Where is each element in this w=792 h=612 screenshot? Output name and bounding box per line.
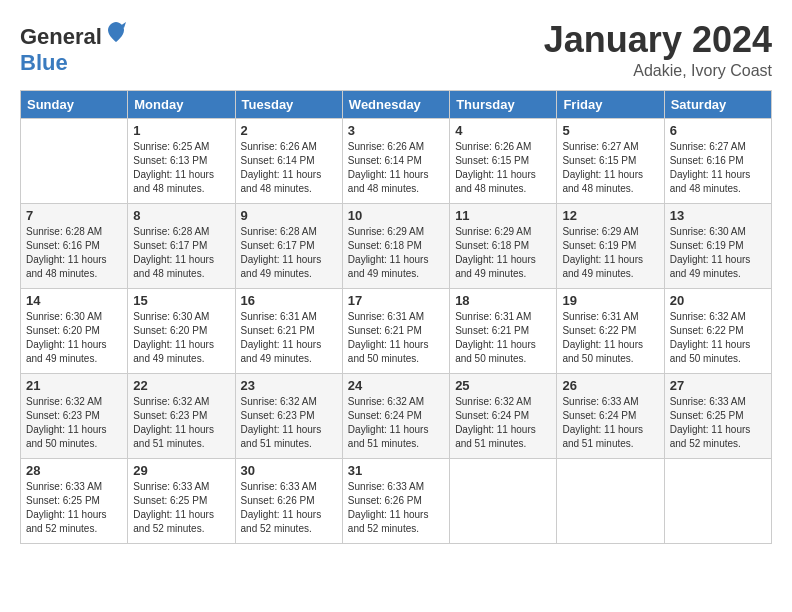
calendar-cell: 14Sunrise: 6:30 AMSunset: 6:20 PMDayligh…	[21, 288, 128, 373]
day-info: Sunrise: 6:28 AMSunset: 6:16 PMDaylight:…	[26, 225, 122, 281]
day-number: 23	[241, 378, 337, 393]
day-number: 25	[455, 378, 551, 393]
calendar-cell: 5Sunrise: 6:27 AMSunset: 6:15 PMDaylight…	[557, 118, 664, 203]
calendar-cell: 31Sunrise: 6:33 AMSunset: 6:26 PMDayligh…	[342, 458, 449, 543]
day-info: Sunrise: 6:32 AMSunset: 6:22 PMDaylight:…	[670, 310, 766, 366]
day-info: Sunrise: 6:26 AMSunset: 6:14 PMDaylight:…	[241, 140, 337, 196]
day-number: 29	[133, 463, 229, 478]
day-info: Sunrise: 6:32 AMSunset: 6:24 PMDaylight:…	[455, 395, 551, 451]
calendar-cell: 1Sunrise: 6:25 AMSunset: 6:13 PMDaylight…	[128, 118, 235, 203]
day-info: Sunrise: 6:33 AMSunset: 6:26 PMDaylight:…	[348, 480, 444, 536]
day-info: Sunrise: 6:33 AMSunset: 6:26 PMDaylight:…	[241, 480, 337, 536]
calendar-cell: 19Sunrise: 6:31 AMSunset: 6:22 PMDayligh…	[557, 288, 664, 373]
calendar-cell: 3Sunrise: 6:26 AMSunset: 6:14 PMDaylight…	[342, 118, 449, 203]
calendar-cell: 30Sunrise: 6:33 AMSunset: 6:26 PMDayligh…	[235, 458, 342, 543]
weekday-header-wednesday: Wednesday	[342, 90, 449, 118]
page-header: General Blue January 2024 Adakie, Ivory …	[20, 20, 772, 80]
day-number: 5	[562, 123, 658, 138]
calendar-cell: 12Sunrise: 6:29 AMSunset: 6:19 PMDayligh…	[557, 203, 664, 288]
week-row-2: 7Sunrise: 6:28 AMSunset: 6:16 PMDaylight…	[21, 203, 772, 288]
day-info: Sunrise: 6:29 AMSunset: 6:19 PMDaylight:…	[562, 225, 658, 281]
day-number: 30	[241, 463, 337, 478]
weekday-header-thursday: Thursday	[450, 90, 557, 118]
day-info: Sunrise: 6:29 AMSunset: 6:18 PMDaylight:…	[348, 225, 444, 281]
day-number: 9	[241, 208, 337, 223]
calendar-cell: 9Sunrise: 6:28 AMSunset: 6:17 PMDaylight…	[235, 203, 342, 288]
day-info: Sunrise: 6:31 AMSunset: 6:21 PMDaylight:…	[348, 310, 444, 366]
logo-general: General	[20, 24, 102, 49]
day-info: Sunrise: 6:27 AMSunset: 6:16 PMDaylight:…	[670, 140, 766, 196]
weekday-header-row: SundayMondayTuesdayWednesdayThursdayFrid…	[21, 90, 772, 118]
day-info: Sunrise: 6:30 AMSunset: 6:20 PMDaylight:…	[26, 310, 122, 366]
week-row-4: 21Sunrise: 6:32 AMSunset: 6:23 PMDayligh…	[21, 373, 772, 458]
day-number: 10	[348, 208, 444, 223]
logo: General Blue	[20, 20, 128, 76]
day-info: Sunrise: 6:32 AMSunset: 6:24 PMDaylight:…	[348, 395, 444, 451]
day-info: Sunrise: 6:29 AMSunset: 6:18 PMDaylight:…	[455, 225, 551, 281]
day-info: Sunrise: 6:27 AMSunset: 6:15 PMDaylight:…	[562, 140, 658, 196]
week-row-3: 14Sunrise: 6:30 AMSunset: 6:20 PMDayligh…	[21, 288, 772, 373]
calendar-cell: 22Sunrise: 6:32 AMSunset: 6:23 PMDayligh…	[128, 373, 235, 458]
calendar-cell	[450, 458, 557, 543]
day-number: 8	[133, 208, 229, 223]
day-info: Sunrise: 6:28 AMSunset: 6:17 PMDaylight:…	[133, 225, 229, 281]
day-info: Sunrise: 6:30 AMSunset: 6:20 PMDaylight:…	[133, 310, 229, 366]
day-number: 31	[348, 463, 444, 478]
calendar-cell: 16Sunrise: 6:31 AMSunset: 6:21 PMDayligh…	[235, 288, 342, 373]
calendar-cell: 28Sunrise: 6:33 AMSunset: 6:25 PMDayligh…	[21, 458, 128, 543]
location-title: Adakie, Ivory Coast	[544, 62, 772, 80]
logo-icon	[104, 20, 128, 44]
calendar-cell: 15Sunrise: 6:30 AMSunset: 6:20 PMDayligh…	[128, 288, 235, 373]
day-info: Sunrise: 6:33 AMSunset: 6:25 PMDaylight:…	[133, 480, 229, 536]
logo-blue: Blue	[20, 50, 68, 75]
calendar-cell: 18Sunrise: 6:31 AMSunset: 6:21 PMDayligh…	[450, 288, 557, 373]
day-number: 17	[348, 293, 444, 308]
calendar-cell: 8Sunrise: 6:28 AMSunset: 6:17 PMDaylight…	[128, 203, 235, 288]
day-number: 24	[348, 378, 444, 393]
day-number: 16	[241, 293, 337, 308]
calendar-cell: 6Sunrise: 6:27 AMSunset: 6:16 PMDaylight…	[664, 118, 771, 203]
week-row-1: 1Sunrise: 6:25 AMSunset: 6:13 PMDaylight…	[21, 118, 772, 203]
day-number: 27	[670, 378, 766, 393]
day-info: Sunrise: 6:31 AMSunset: 6:21 PMDaylight:…	[455, 310, 551, 366]
day-info: Sunrise: 6:26 AMSunset: 6:14 PMDaylight:…	[348, 140, 444, 196]
calendar-cell	[21, 118, 128, 203]
day-number: 11	[455, 208, 551, 223]
calendar-cell: 26Sunrise: 6:33 AMSunset: 6:24 PMDayligh…	[557, 373, 664, 458]
day-number: 28	[26, 463, 122, 478]
calendar-cell	[557, 458, 664, 543]
calendar-cell: 7Sunrise: 6:28 AMSunset: 6:16 PMDaylight…	[21, 203, 128, 288]
day-info: Sunrise: 6:30 AMSunset: 6:19 PMDaylight:…	[670, 225, 766, 281]
day-number: 13	[670, 208, 766, 223]
day-number: 6	[670, 123, 766, 138]
day-number: 15	[133, 293, 229, 308]
calendar-table: SundayMondayTuesdayWednesdayThursdayFrid…	[20, 90, 772, 544]
week-row-5: 28Sunrise: 6:33 AMSunset: 6:25 PMDayligh…	[21, 458, 772, 543]
day-info: Sunrise: 6:28 AMSunset: 6:17 PMDaylight:…	[241, 225, 337, 281]
day-number: 18	[455, 293, 551, 308]
calendar-cell: 27Sunrise: 6:33 AMSunset: 6:25 PMDayligh…	[664, 373, 771, 458]
day-number: 7	[26, 208, 122, 223]
calendar-cell: 17Sunrise: 6:31 AMSunset: 6:21 PMDayligh…	[342, 288, 449, 373]
day-info: Sunrise: 6:32 AMSunset: 6:23 PMDaylight:…	[133, 395, 229, 451]
day-info: Sunrise: 6:33 AMSunset: 6:25 PMDaylight:…	[670, 395, 766, 451]
day-number: 20	[670, 293, 766, 308]
weekday-header-monday: Monday	[128, 90, 235, 118]
day-number: 14	[26, 293, 122, 308]
day-info: Sunrise: 6:33 AMSunset: 6:24 PMDaylight:…	[562, 395, 658, 451]
weekday-header-sunday: Sunday	[21, 90, 128, 118]
calendar-cell: 21Sunrise: 6:32 AMSunset: 6:23 PMDayligh…	[21, 373, 128, 458]
day-number: 2	[241, 123, 337, 138]
day-info: Sunrise: 6:26 AMSunset: 6:15 PMDaylight:…	[455, 140, 551, 196]
day-number: 26	[562, 378, 658, 393]
weekday-header-saturday: Saturday	[664, 90, 771, 118]
calendar-cell: 11Sunrise: 6:29 AMSunset: 6:18 PMDayligh…	[450, 203, 557, 288]
day-number: 1	[133, 123, 229, 138]
day-info: Sunrise: 6:32 AMSunset: 6:23 PMDaylight:…	[26, 395, 122, 451]
day-info: Sunrise: 6:33 AMSunset: 6:25 PMDaylight:…	[26, 480, 122, 536]
calendar-cell: 25Sunrise: 6:32 AMSunset: 6:24 PMDayligh…	[450, 373, 557, 458]
calendar-cell: 24Sunrise: 6:32 AMSunset: 6:24 PMDayligh…	[342, 373, 449, 458]
title-block: January 2024 Adakie, Ivory Coast	[544, 20, 772, 80]
calendar-cell	[664, 458, 771, 543]
day-info: Sunrise: 6:31 AMSunset: 6:22 PMDaylight:…	[562, 310, 658, 366]
